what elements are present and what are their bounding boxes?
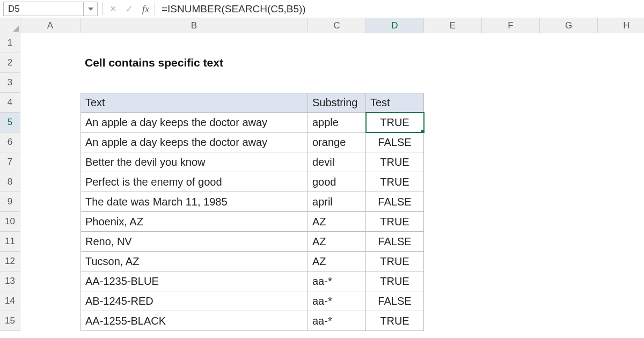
cell-F2[interactable] [482,53,540,73]
cell-G15[interactable] [540,311,598,331]
cell-A11[interactable] [20,232,80,252]
cell-F8[interactable] [482,172,540,192]
cell-H15[interactable] [598,311,644,331]
cell-F10[interactable] [482,212,540,232]
cell-B8[interactable]: Perfect is the enemy of good [80,172,308,192]
cell-H11[interactable] [598,232,644,252]
cell-A15[interactable] [20,311,80,331]
col-head-G[interactable]: G [540,18,598,33]
cell-H1[interactable] [598,33,644,53]
cell-D14[interactable]: FALSE [366,291,424,311]
cell-E11[interactable] [424,232,482,252]
page-title[interactable]: Cell contains specific text [80,53,308,73]
cell-E4[interactable] [424,93,482,113]
cell-C6[interactable]: orange [308,133,366,152]
cell-A6[interactable] [20,133,80,152]
cell-H13[interactable] [598,271,644,291]
cell-G6[interactable] [540,133,598,152]
cell-H8[interactable] [598,172,644,192]
cell-D11[interactable]: FALSE [366,232,424,252]
cell-B1[interactable] [80,33,308,53]
cell-C9[interactable]: april [308,192,366,212]
col-head-E[interactable]: E [424,18,482,33]
cell-H10[interactable] [598,212,644,232]
cell-H4[interactable] [598,93,644,113]
cell-H3[interactable] [598,73,644,93]
cell-B10[interactable]: Phoenix, AZ [80,212,308,232]
cell-B9[interactable]: The date was March 11, 1985 [80,192,308,212]
cell-C2[interactable] [308,53,366,73]
cell-H7[interactable] [598,152,644,172]
cell-H5[interactable] [598,113,644,133]
cell-G2[interactable] [540,53,598,73]
cell-H6[interactable] [598,133,644,152]
cell-F1[interactable] [482,33,540,53]
cell-B6[interactable]: An apple a day keeps the doctor away [80,133,308,152]
cell-F6[interactable] [482,133,540,152]
row-head-9[interactable]: 9 [0,192,20,212]
cell-D8[interactable]: TRUE [366,172,424,192]
cell-A7[interactable] [20,152,80,172]
cell-D2[interactable] [366,53,424,73]
cell-G12[interactable] [540,252,598,271]
cell-F5[interactable] [482,113,540,133]
cell-E10[interactable] [424,212,482,232]
cell-G13[interactable] [540,271,598,291]
cell-A5[interactable] [20,113,80,133]
cancel-icon[interactable]: ✕ [105,0,121,18]
cell-G11[interactable] [540,232,598,252]
cell-F13[interactable] [482,271,540,291]
cell-H12[interactable] [598,252,644,271]
col-head-F[interactable]: F [482,18,540,33]
table-header-test[interactable]: Test [366,93,424,113]
cell-C12[interactable]: AZ [308,252,366,271]
cell-B14[interactable]: AB-1245-RED [80,291,308,311]
fx-icon[interactable]: fx [137,2,155,16]
col-head-H[interactable]: H [598,18,644,33]
select-all-corner[interactable] [0,18,20,33]
cell-C15[interactable]: aa-* [308,311,366,331]
cell-E9[interactable] [424,192,482,212]
cell-D5[interactable]: TRUE [366,113,424,133]
table-header-text[interactable]: Text [80,93,308,113]
cell-F9[interactable] [482,192,540,212]
cell-A14[interactable] [20,291,80,311]
cell-F15[interactable] [482,311,540,331]
cell-D15[interactable]: TRUE [366,311,424,331]
cell-H14[interactable] [598,291,644,311]
cell-E7[interactable] [424,152,482,172]
cell-C10[interactable]: AZ [308,212,366,232]
col-head-D[interactable]: D [366,18,424,33]
cell-D10[interactable]: TRUE [366,212,424,232]
cell-D13[interactable]: TRUE [366,271,424,291]
cell-G14[interactable] [540,291,598,311]
cell-D12[interactable]: TRUE [366,252,424,271]
row-head-13[interactable]: 13 [0,271,20,291]
cell-E3[interactable] [424,73,482,93]
cell-G9[interactable] [540,192,598,212]
cell-B15[interactable]: AA-1255-BLACK [80,311,308,331]
name-box-dropdown[interactable] [84,2,98,16]
cell-E6[interactable] [424,133,482,152]
cell-E14[interactable] [424,291,482,311]
cell-H9[interactable] [598,192,644,212]
cell-A4[interactable] [20,93,80,113]
cell-A8[interactable] [20,172,80,192]
name-box[interactable]: D5 [3,2,84,16]
cell-E5[interactable] [424,113,482,133]
cell-B7[interactable]: Better the devil you know [80,152,308,172]
cell-E12[interactable] [424,252,482,271]
cell-A9[interactable] [20,192,80,212]
enter-icon[interactable]: ✓ [121,0,137,18]
cell-G10[interactable] [540,212,598,232]
cell-B12[interactable]: Tucson, AZ [80,252,308,271]
cell-C11[interactable]: AZ [308,232,366,252]
cell-C14[interactable]: aa-* [308,291,366,311]
col-head-A[interactable]: A [20,18,80,33]
cell-F3[interactable] [482,73,540,93]
cell-B11[interactable]: Reno, NV [80,232,308,252]
cell-A1[interactable] [20,33,80,53]
cell-C3[interactable] [308,73,366,93]
row-head-5[interactable]: 5 [0,113,20,133]
cell-G5[interactable] [540,113,598,133]
